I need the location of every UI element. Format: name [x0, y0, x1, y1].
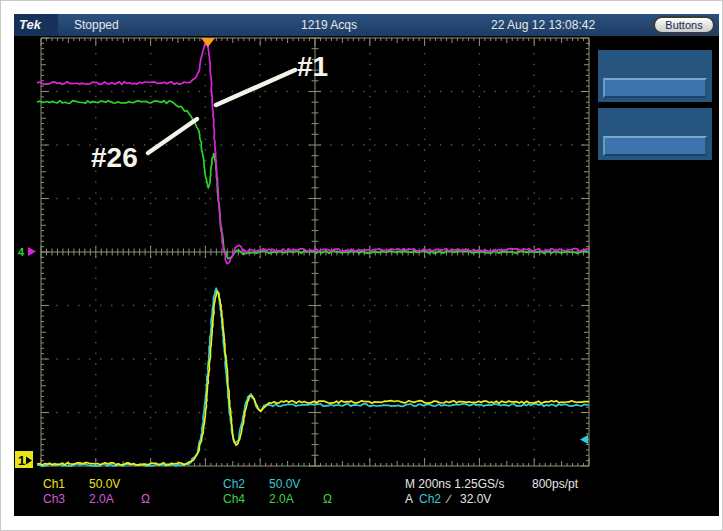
datetime: 22 Aug 12 13:08:42	[491, 18, 595, 32]
ch3-scale-readout: 2.0A	[89, 493, 114, 506]
ch1-scale-readout: 50.0V	[89, 478, 120, 491]
ch2-readout-label: Ch2	[223, 478, 245, 491]
annotation-1-label: #1	[297, 51, 328, 82]
timebase-readout: M 200ns 1.25GS/s	[405, 478, 504, 491]
acquisition-status: Stopped	[74, 18, 119, 32]
titlebar: Tek Stopped 1219 Acqs 22 Aug 12 13:08:42…	[14, 14, 719, 36]
ch3-coupling-readout: Ω	[141, 493, 150, 506]
ch1-marker-label: 1	[18, 453, 25, 468]
trigger-source-readout: Ch2	[419, 493, 441, 506]
scope-screenshot: Tek Stopped 1219 Acqs 22 Aug 12 13:08:42…	[0, 0, 723, 531]
ch3-position-marker[interactable]	[28, 247, 36, 256]
annotation-1-pointer-line	[216, 70, 295, 105]
annotation-26-label: #26	[91, 142, 138, 173]
ch3-readout-label: Ch3	[43, 493, 65, 506]
ch4-readout-label: Ch4	[223, 493, 245, 506]
waveform-ch1	[37, 291, 589, 465]
resolution-readout: 800ps/pt	[532, 478, 578, 491]
annotation-26-pointer-line	[148, 119, 197, 153]
waveform-display: 1 4 #1 #26	[1, 1, 723, 531]
waveform-ch2	[37, 288, 589, 466]
trigger-mode-readout: A	[405, 493, 413, 506]
ch2-scale-readout: 50.0V	[269, 478, 300, 491]
acquisition-count: 1219 Acqs	[301, 18, 357, 32]
buttons-button[interactable]: Buttons	[653, 16, 715, 34]
ch1-readout-label: Ch1	[43, 478, 65, 491]
trigger-level-readout: 32.0V	[460, 493, 491, 506]
trigger-level-marker[interactable]	[580, 435, 588, 444]
tek-logo: Tek	[19, 17, 41, 32]
trigger-position-marker[interactable]	[201, 38, 215, 47]
ch4-scale-readout: 2.0A	[269, 493, 294, 506]
ch1-position-marker[interactable]: 1	[15, 451, 33, 468]
ch4-position-marker[interactable]: 4	[18, 246, 25, 258]
ch4-coupling-readout: Ω	[323, 493, 332, 506]
waveform-ch4	[37, 101, 589, 259]
trigger-slope-icon: ∕	[448, 493, 450, 506]
